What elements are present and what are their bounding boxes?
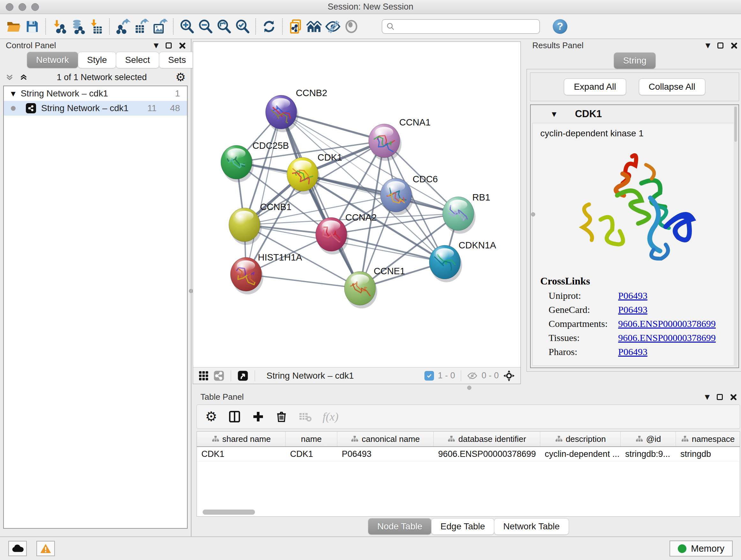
- results-scrollbar[interactable]: [734, 106, 738, 367]
- column-header[interactable]: canonical name: [337, 432, 434, 446]
- splitter-handle[interactable]: [189, 289, 193, 293]
- crosslink-label: GeneCard:: [549, 304, 618, 315]
- splitter-handle[interactable]: [467, 386, 471, 390]
- export-network-button[interactable]: [114, 17, 132, 36]
- collapse-all-button[interactable]: Collapse All: [639, 78, 705, 95]
- network-graph[interactable]: CCNB2CCNA1CDC25BCDK1CDC6RB1CCNB1CCNA2CDK…: [193, 42, 521, 367]
- collection-disclosure-icon[interactable]: ▼: [11, 90, 16, 97]
- column-header[interactable]: name: [286, 432, 337, 446]
- refresh-view-button[interactable]: [260, 17, 278, 36]
- grid-view-icon[interactable]: [198, 370, 209, 381]
- toolbar-search[interactable]: [382, 19, 540, 34]
- delete-column-icon[interactable]: [275, 410, 287, 423]
- crosslink-link[interactable]: P06493: [618, 304, 648, 315]
- hide-selected-button[interactable]: [324, 17, 342, 36]
- vertical-splitter[interactable]: [521, 39, 524, 385]
- show-all-button[interactable]: [342, 17, 360, 36]
- zoom-in-button[interactable]: [178, 17, 196, 36]
- table-cell[interactable]: CDK1: [286, 447, 337, 461]
- search-input[interactable]: [398, 21, 536, 31]
- table-cell[interactable]: CDK1: [197, 447, 286, 461]
- table-cell[interactable]: stringdb: [676, 447, 740, 461]
- crosslink-link[interactable]: 9606.ENSP00000378699: [618, 318, 716, 329]
- close-panel-icon[interactable]: [730, 394, 736, 400]
- table-cell[interactable]: stringdb:9...: [621, 447, 676, 461]
- export-image-button[interactable]: [151, 17, 169, 36]
- tab-network-table[interactable]: Network Table: [494, 518, 569, 535]
- maximize-window-button[interactable]: [31, 3, 39, 11]
- zoom-out-button[interactable]: [196, 17, 214, 36]
- svg-text:CCNB2: CCNB2: [296, 88, 327, 98]
- import-network-file-button[interactable]: [50, 17, 68, 36]
- svg-text:CCNA1: CCNA1: [399, 117, 430, 127]
- tab-network[interactable]: Network: [27, 52, 78, 68]
- clone-network-button[interactable]: [286, 17, 305, 36]
- table-cell[interactable]: 9606.ENSP00000378699: [434, 447, 540, 461]
- tab-sets[interactable]: Sets: [159, 52, 195, 68]
- open-session-button[interactable]: [4, 17, 23, 36]
- cloud-status-button[interactable]: [8, 541, 27, 556]
- minimize-window-button[interactable]: [18, 3, 26, 11]
- crosslink-label: Pharos:: [549, 347, 618, 357]
- detach-view-icon[interactable]: [238, 370, 248, 381]
- expand-all-icon[interactable]: [19, 73, 28, 82]
- network-row[interactable]: String Network – cdk1 11 48: [4, 101, 187, 116]
- hidden-eye-icon[interactable]: [467, 371, 478, 381]
- table-cell[interactable]: P06493: [337, 447, 434, 461]
- create-column-icon[interactable]: [252, 410, 265, 423]
- float-panel-icon[interactable]: [718, 43, 724, 49]
- table-options-gear-icon[interactable]: ⚙: [205, 410, 217, 423]
- collection-label: String Network – cdk1: [21, 88, 108, 99]
- show-columns-icon[interactable]: [228, 410, 241, 423]
- first-neighbors-button[interactable]: [305, 17, 324, 36]
- tab-edge-table[interactable]: Edge Table: [431, 518, 494, 535]
- expand-all-button[interactable]: Expand All: [564, 78, 626, 95]
- close-panel-icon[interactable]: [179, 42, 185, 49]
- save-session-button[interactable]: [23, 17, 42, 36]
- horizontal-splitter[interactable]: [192, 385, 741, 390]
- network-options-gear-icon[interactable]: ⚙: [176, 71, 186, 83]
- float-panel-icon[interactable]: [165, 43, 172, 49]
- function-builder-icon[interactable]: f(x): [323, 410, 339, 423]
- horizontal-scrollbar[interactable]: [203, 509, 255, 515]
- tab-node-table[interactable]: Node Table: [368, 518, 431, 535]
- splitter-handle[interactable]: [531, 212, 535, 216]
- panel-menu-icon[interactable]: ▼: [154, 42, 158, 49]
- delete-table-icon[interactable]: [298, 411, 312, 422]
- zoom-selected-button[interactable]: [233, 17, 252, 36]
- tab-select[interactable]: Select: [116, 52, 159, 68]
- column-header[interactable]: @id: [621, 432, 676, 446]
- column-header[interactable]: database identifier: [434, 432, 540, 446]
- import-table-file-button[interactable]: [87, 17, 105, 36]
- node-details-header[interactable]: ▼ CDK1: [531, 105, 738, 123]
- table-row[interactable]: CDK1 CDK1 P06493 9606.ENSP00000378699 cy…: [197, 447, 740, 462]
- panel-menu-icon[interactable]: ▼: [705, 393, 710, 401]
- network-canvas[interactable]: CCNB2CCNA1CDC25BCDK1CDC6RB1CCNB1CCNA2CDK…: [193, 42, 521, 367]
- help-button[interactable]: ?: [553, 19, 567, 34]
- network-selection-status: 1 of 1 Network selected: [33, 72, 171, 82]
- column-header[interactable]: shared name: [197, 432, 286, 446]
- column-header[interactable]: namespace: [676, 432, 740, 446]
- memory-button[interactable]: Memory: [670, 541, 733, 557]
- network-collection-row[interactable]: ▼ String Network – cdk1 1: [4, 86, 187, 101]
- import-network-database-button[interactable]: [68, 17, 87, 36]
- tab-string[interactable]: String: [614, 52, 656, 69]
- close-window-button[interactable]: [6, 3, 13, 11]
- collapse-all-icon[interactable]: [5, 73, 14, 82]
- column-header[interactable]: description: [540, 432, 621, 446]
- tab-style[interactable]: Style: [78, 52, 116, 68]
- panel-menu-icon[interactable]: ▼: [705, 42, 711, 49]
- float-panel-icon[interactable]: [717, 394, 723, 400]
- birdseye-icon[interactable]: [502, 369, 515, 382]
- table-cell[interactable]: cyclin-dependent ...: [540, 447, 621, 461]
- details-disclosure-icon[interactable]: ▼: [552, 111, 556, 118]
- crosslink-link[interactable]: P06493: [618, 347, 648, 357]
- crosslink-link[interactable]: 9606.ENSP00000378699: [618, 332, 716, 343]
- share-view-icon[interactable]: [213, 370, 224, 381]
- export-table-button[interactable]: [132, 17, 151, 36]
- close-panel-icon[interactable]: [731, 42, 737, 49]
- selected-checkbox-icon[interactable]: [424, 371, 434, 381]
- crosslink-link[interactable]: P06493: [618, 290, 648, 301]
- zoom-fit-button[interactable]: [214, 17, 233, 36]
- warnings-button[interactable]: [37, 541, 55, 556]
